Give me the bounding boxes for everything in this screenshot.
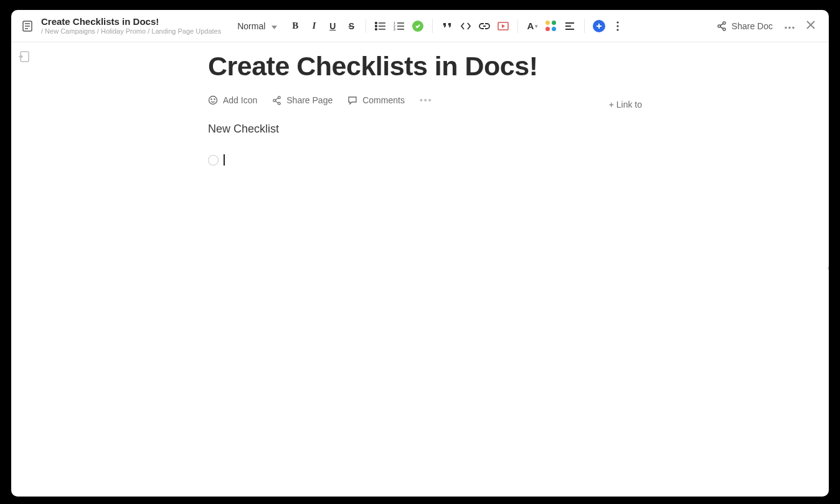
smiley-icon bbox=[208, 95, 218, 105]
svg-text:3: 3 bbox=[394, 27, 395, 31]
link-to-button[interactable]: + Link to bbox=[609, 100, 642, 110]
separator bbox=[584, 19, 585, 33]
close-button[interactable] bbox=[803, 17, 819, 35]
more-toolbar-button[interactable] bbox=[610, 18, 626, 34]
add-icon-label: Add Icon bbox=[223, 95, 257, 105]
page-actions: Add Icon Share Page Comments ••• bbox=[208, 95, 642, 105]
bold-button[interactable]: B bbox=[287, 18, 303, 34]
numbered-list-button[interactable]: 123 bbox=[391, 18, 407, 34]
align-button[interactable] bbox=[562, 18, 578, 34]
separator bbox=[432, 19, 433, 33]
svg-point-26 bbox=[718, 25, 720, 27]
chevron-down-icon: ▾ bbox=[535, 23, 538, 29]
svg-line-30 bbox=[720, 27, 724, 29]
check-circle-icon bbox=[412, 21, 423, 32]
svg-point-27 bbox=[723, 22, 725, 24]
share-page-button[interactable]: Share Page bbox=[272, 95, 333, 105]
checkbox[interactable] bbox=[208, 155, 219, 166]
page-title[interactable]: Create Checklists in Docs! bbox=[208, 51, 642, 82]
strikethrough-button[interactable]: S bbox=[343, 18, 359, 34]
highlight-color-button[interactable] bbox=[543, 18, 559, 34]
svg-point-6 bbox=[375, 28, 377, 30]
title-block: Create Checklists in Docs! / New Campaig… bbox=[41, 16, 221, 35]
svg-point-25 bbox=[617, 29, 619, 30]
link-button[interactable] bbox=[476, 18, 493, 34]
checklist-row[interactable] bbox=[208, 154, 642, 166]
style-select[interactable]: Normal bbox=[234, 19, 281, 34]
share-icon bbox=[717, 21, 727, 31]
checklist-button[interactable] bbox=[410, 18, 426, 34]
svg-line-29 bbox=[720, 24, 724, 26]
plus-circle-icon bbox=[593, 20, 605, 32]
comments-label: Comments bbox=[362, 95, 405, 105]
content-area: Create Checklists in Docs! Add Icon Shar… bbox=[208, 51, 642, 166]
bulleted-list-button[interactable] bbox=[372, 18, 389, 34]
doc-title: Create Checklists in Docs! bbox=[41, 16, 221, 27]
svg-point-28 bbox=[723, 28, 725, 30]
svg-line-44 bbox=[276, 98, 278, 100]
breadcrumb[interactable]: / New Campaigns / Holiday Promo / Landin… bbox=[41, 27, 221, 35]
panel-expand-handle[interactable] bbox=[826, 261, 829, 278]
svg-point-33 bbox=[792, 26, 794, 28]
svg-line-45 bbox=[276, 101, 278, 103]
share-doc-button[interactable]: Share Doc bbox=[713, 19, 776, 34]
subheading[interactable]: New Checklist bbox=[208, 123, 642, 136]
svg-point-39 bbox=[211, 99, 212, 100]
svg-point-38 bbox=[209, 96, 217, 105]
add-icon-button[interactable]: Add Icon bbox=[208, 95, 257, 105]
svg-point-43 bbox=[278, 102, 281, 105]
toolbar: Normal B I U S 123 bbox=[234, 18, 626, 34]
svg-point-41 bbox=[273, 99, 276, 101]
add-block-button[interactable] bbox=[591, 18, 607, 34]
svg-point-42 bbox=[278, 96, 281, 98]
svg-point-23 bbox=[617, 21, 619, 23]
svg-point-40 bbox=[214, 99, 215, 100]
style-select-label: Normal bbox=[237, 21, 265, 31]
more-page-actions[interactable]: ••• bbox=[420, 95, 433, 105]
svg-point-5 bbox=[375, 25, 377, 27]
doc-icon bbox=[19, 17, 36, 35]
svg-point-31 bbox=[785, 26, 786, 28]
underline-button[interactable]: U bbox=[324, 18, 341, 34]
italic-button[interactable]: I bbox=[306, 18, 322, 34]
text-cursor bbox=[224, 154, 225, 166]
comment-icon bbox=[347, 95, 357, 105]
share-icon bbox=[272, 96, 281, 105]
doc-body: Create Checklists in Docs! Add Icon Shar… bbox=[11, 42, 829, 497]
subpage-icon[interactable] bbox=[19, 51, 30, 66]
font-color-letter: A bbox=[527, 21, 534, 31]
separator bbox=[517, 19, 518, 33]
svg-marker-17 bbox=[502, 24, 505, 28]
share-doc-label: Share Doc bbox=[732, 21, 773, 31]
color-grid-icon bbox=[545, 21, 557, 32]
embed-button[interactable] bbox=[495, 18, 511, 34]
svg-point-4 bbox=[375, 22, 377, 24]
comments-button[interactable]: Comments bbox=[347, 95, 405, 105]
font-color-button[interactable]: A ▾ bbox=[524, 18, 540, 34]
chevron-down-icon bbox=[271, 21, 277, 31]
more-options-button[interactable] bbox=[781, 18, 798, 34]
svg-point-24 bbox=[617, 25, 619, 27]
quote-button[interactable] bbox=[439, 18, 455, 34]
separator bbox=[366, 19, 366, 33]
code-block-button[interactable] bbox=[458, 18, 474, 34]
share-page-label: Share Page bbox=[286, 95, 333, 105]
doc-window: Create Checklists in Docs! / New Campaig… bbox=[11, 10, 829, 497]
topbar: Create Checklists in Docs! / New Campaig… bbox=[11, 10, 829, 42]
svg-point-32 bbox=[788, 26, 790, 28]
